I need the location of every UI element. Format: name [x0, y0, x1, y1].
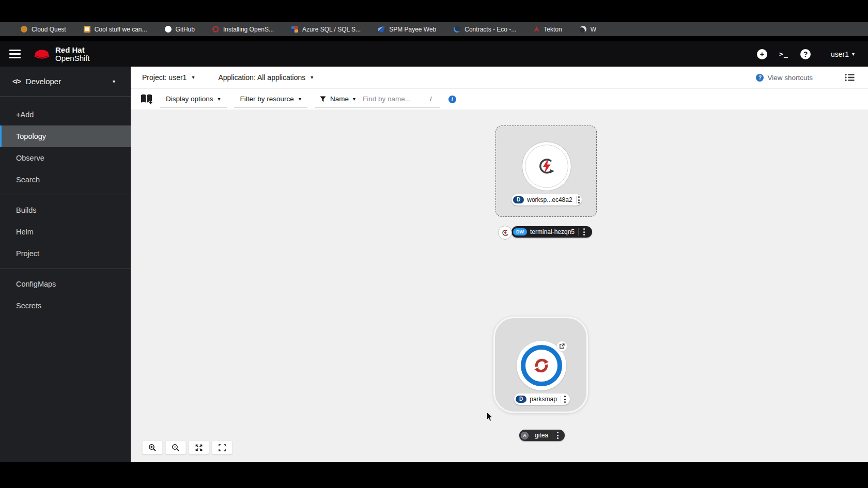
- openshift-masthead: Red Hat OpenShift + >_ ? user1 ▾: [0, 41, 868, 67]
- bookmark-cloud-quest[interactable]: Cloud Quest: [21, 26, 66, 33]
- redhat-fedora-icon: [33, 49, 51, 60]
- help-button[interactable]: ?: [795, 49, 816, 59]
- chevron-down-icon: ▾: [852, 52, 855, 57]
- name-filter-group: Name ▾ /: [315, 91, 440, 108]
- zoom-out-button[interactable]: [165, 440, 186, 454]
- perspective-label: Developer: [26, 77, 61, 86]
- external-link-icon: [559, 343, 565, 349]
- display-options-label: Display options: [166, 95, 213, 103]
- slash-shortcut-hint: /: [430, 95, 432, 103]
- che-workspace-icon: [536, 156, 557, 177]
- terminal-node[interactable]: [498, 226, 512, 240]
- kebab-menu-icon[interactable]: [577, 194, 580, 205]
- sidebar-item-configmaps[interactable]: ConfigMaps: [0, 273, 131, 295]
- application-dropdown[interactable]: Application: All applications ▾: [218, 73, 313, 82]
- workspace-node-label[interactable]: D worksp...ec48a2: [512, 194, 582, 206]
- find-by-name-input[interactable]: [363, 95, 429, 103]
- bookmark-label: Tekton: [544, 26, 562, 33]
- bookmark-spm-payee[interactable]: SPM Payee Web: [378, 26, 436, 33]
- user-menu[interactable]: user1 ▾: [831, 50, 855, 58]
- sidebar-item-secrets[interactable]: Secrets: [0, 295, 131, 317]
- bookmark-w[interactable]: W: [580, 26, 596, 33]
- che-workspace-icon: [501, 229, 509, 237]
- list-view-icon[interactable]: [845, 73, 855, 82]
- parksmap-app-icon: [532, 356, 551, 375]
- context-bar: Project: user1 ▾ Application: All applic…: [131, 67, 868, 89]
- add-quick-create-button[interactable]: +: [751, 49, 773, 59]
- bookmark-cool-stuff[interactable]: Cool stuff we can...: [84, 26, 147, 33]
- hamburger-menu-icon[interactable]: [9, 50, 21, 58]
- zoom-in-button[interactable]: [142, 440, 163, 454]
- export-application-icon[interactable]: [140, 93, 153, 105]
- bookmark-label: Azure SQL / SQL S...: [302, 26, 361, 33]
- pill-divider: [552, 432, 552, 439]
- chevron-down-icon: ▾: [192, 75, 194, 80]
- perspective-switcher[interactable]: </> Developer ▾: [0, 67, 131, 97]
- gitea-node-name: gitea: [535, 432, 548, 439]
- folder-favicon-icon: [84, 26, 90, 33]
- gitea-node-label[interactable]: A gitea: [519, 430, 565, 441]
- bookmark-label: Installing OpenS...: [223, 26, 274, 33]
- sidebar-item-search[interactable]: Search: [0, 169, 131, 191]
- kebab-menu-icon[interactable]: [562, 393, 568, 404]
- bookmark-label: SPM Payee Web: [389, 26, 436, 33]
- devworkspace-badge: DW: [513, 228, 527, 235]
- sidebar-item-observe[interactable]: Observe: [0, 147, 131, 169]
- web-terminal-button[interactable]: >_: [773, 50, 795, 58]
- sidebar-item-builds[interactable]: Builds: [0, 199, 131, 221]
- sidebar-item-helm[interactable]: Helm: [0, 221, 131, 243]
- openshift-ring-icon: [521, 345, 562, 386]
- bookmark-github[interactable]: GitHub: [165, 26, 195, 33]
- deployment-badge: D: [513, 196, 524, 204]
- github-favicon-icon: [165, 26, 172, 33]
- parksmap-node-label[interactable]: D parksmap: [514, 393, 570, 405]
- kebab-menu-icon[interactable]: [580, 226, 588, 237]
- fit-to-screen-button[interactable]: [189, 440, 209, 454]
- bookmark-installing-openshift[interactable]: Installing OpenS...: [212, 26, 274, 33]
- application-badge: A: [521, 432, 529, 439]
- project-dropdown[interactable]: Project: user1 ▾: [142, 73, 194, 82]
- browser-bookmarks-bar: Cloud Quest Cool stuff we can... GitHub …: [0, 22, 868, 36]
- bookmark-tekton[interactable]: Tekton: [534, 26, 562, 33]
- sidebar-divider: [0, 269, 131, 269]
- pill-divider: [561, 396, 561, 403]
- view-shortcuts-link[interactable]: View shortcuts: [767, 74, 813, 82]
- info-icon[interactable]: i: [448, 96, 456, 103]
- tekton-favicon-icon: [534, 26, 539, 32]
- spm-favicon-icon: [378, 26, 385, 33]
- bookmark-label: Cool stuff we can...: [95, 26, 147, 33]
- canvas-controls: [142, 440, 233, 454]
- workspace-node[interactable]: [522, 141, 571, 191]
- brand-line1: Red Hat: [55, 46, 90, 54]
- user-name: user1: [831, 50, 849, 58]
- bookmark-azure-sql[interactable]: Azure SQL / SQL S...: [291, 26, 361, 33]
- name-filter-label: Name: [330, 95, 349, 103]
- sidebar-item-add[interactable]: +Add: [0, 104, 131, 125]
- fullscreen-button[interactable]: [212, 440, 233, 454]
- bookmark-contracts[interactable]: Contracts - Eco -...: [454, 26, 516, 33]
- pill-divider: [578, 228, 579, 235]
- bookmark-label: Cloud Quest: [32, 26, 66, 33]
- open-url-decorator[interactable]: [556, 341, 567, 352]
- mouse-cursor: [486, 412, 494, 422]
- sidebar-item-topology[interactable]: Topology: [0, 125, 131, 147]
- globe-favicon-icon: [454, 26, 460, 33]
- name-filter-dropdown[interactable]: Name ▾: [320, 95, 355, 103]
- parksmap-node-name: parksmap: [530, 396, 557, 403]
- project-dropdown-label: Project: user1: [142, 73, 187, 82]
- filter-by-resource-dropdown[interactable]: Filter by resource ▾: [234, 91, 307, 108]
- chevron-down-icon: ▾: [218, 97, 221, 102]
- bookmark-label: Contracts - Eco -...: [464, 26, 516, 33]
- chevron-down-icon: ▾: [353, 97, 355, 102]
- filter-funnel-icon: [320, 96, 326, 102]
- display-options-dropdown[interactable]: Display options ▾: [160, 91, 227, 108]
- sidebar-divider: [0, 195, 131, 195]
- openshift-favicon-icon: [212, 26, 219, 33]
- cloud-quest-favicon-icon: [21, 26, 27, 33]
- brand-line2: OpenShift: [55, 54, 90, 62]
- terminal-node-label[interactable]: DW terminal-hezqn5: [512, 226, 592, 238]
- bookmark-label: W: [591, 26, 596, 33]
- sidebar-item-project[interactable]: Project: [0, 243, 131, 264]
- kebab-menu-icon[interactable]: [553, 430, 562, 440]
- deployment-badge: D: [516, 396, 526, 403]
